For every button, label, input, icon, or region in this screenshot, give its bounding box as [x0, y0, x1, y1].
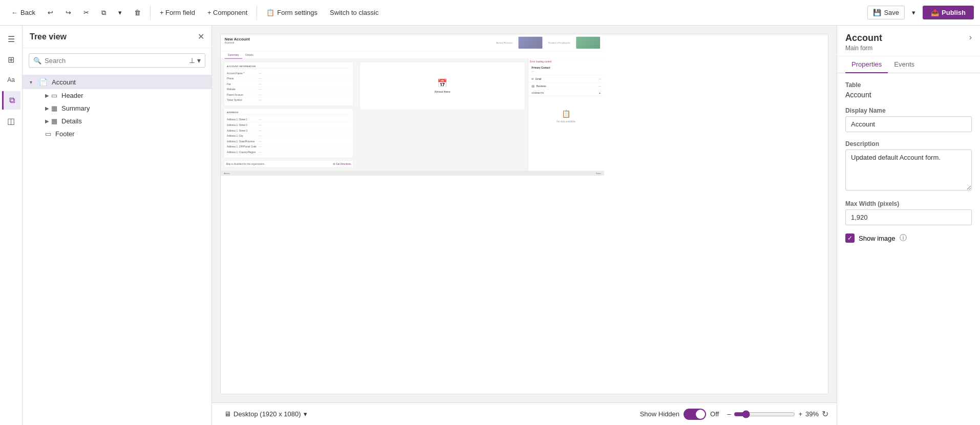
right-panel-expand-button[interactable]: › — [969, 33, 972, 42]
tree-item-account[interactable]: ▾ 📄 Account — [23, 75, 211, 89]
back-icon: ← — [11, 9, 18, 16]
get-directions-button[interactable]: ⚙ Get Directions — [333, 162, 351, 165]
zoom-container: – + 39% ↻ — [727, 409, 828, 419]
redo-icon: ↪ — [66, 9, 71, 16]
copy-button[interactable]: ⧉ — [96, 6, 111, 19]
account-info-title: ACCOUNT INFORMATION — [227, 65, 350, 69]
publish-icon: 📤 — [931, 9, 939, 16]
right-panel: Account Main form › Properties Events Ta… — [837, 26, 980, 425]
business-label: Business — [537, 84, 546, 87]
error-loading-control: Error loading control — [528, 59, 604, 65]
show-image-label: Show image — [859, 235, 896, 242]
undo-button[interactable]: ↩ — [42, 6, 58, 19]
field-street1: Address 1: Street 1 — — [227, 117, 350, 123]
description-textarea[interactable]: Updated default Account form. — [845, 150, 972, 190]
back-button[interactable]: ← Back — [6, 6, 40, 19]
preview-save-link: Save — [596, 172, 601, 175]
tab-properties[interactable]: Properties — [845, 56, 888, 73]
preview-subtitle: Account — [225, 41, 250, 45]
tree-item-details-label: Details — [61, 117, 82, 125]
form-settings-button[interactable]: 📋 Form settings — [261, 6, 323, 19]
publish-button[interactable]: 📤 Publish — [923, 6, 974, 19]
show-image-checkbox[interactable]: ✓ — [845, 233, 855, 243]
save-icon: 💾 — [873, 9, 881, 16]
tree-item-footer-label: Footer — [55, 130, 75, 138]
preview-title: New Account — [225, 37, 250, 41]
filter-dropdown-button[interactable]: ▾ — [197, 56, 201, 65]
desktop-label: Desktop (1920 x 1080) — [233, 410, 301, 418]
nav-grid-button[interactable]: ⊞ — [2, 50, 20, 69]
search-icon: 🔍 — [33, 57, 41, 65]
display-name-label: Display Name — [845, 107, 972, 114]
preview-inner: New Account Account Annual Revenue Numbe… — [221, 34, 604, 176]
add-form-field-button[interactable]: + Form field — [155, 6, 200, 19]
divider-1 — [150, 6, 151, 20]
cut-icon: ✂ — [83, 9, 89, 16]
description-label: Description — [845, 140, 972, 147]
preview-tab-summary[interactable]: Summary — [225, 51, 242, 58]
preview-record-info: New Account Account — [225, 37, 250, 45]
tab-events[interactable]: Events — [888, 56, 921, 73]
nav-menu-button[interactable]: ☰ — [2, 30, 20, 48]
rotate-button[interactable]: ↻ — [822, 409, 828, 419]
search-bar: 🔍 ⊥ ▾ — [29, 53, 205, 68]
save-button[interactable]: 💾 Save — [867, 6, 905, 19]
field-zip: Address 1: ZIP/Postal Code — — [227, 144, 350, 150]
preview-tab-details[interactable]: Details — [242, 51, 257, 58]
show-hidden-toggle[interactable] — [684, 409, 706, 420]
desktop-selector-button[interactable]: 🖥 Desktop (1920 x 1080) ▾ — [220, 408, 311, 420]
display-name-input[interactable] — [845, 116, 972, 132]
toggle-knob — [696, 410, 705, 419]
preview-col-timeline: 📅 Almost there — [356, 59, 528, 171]
delete-button[interactable]: 🗑 — [129, 6, 146, 19]
timeline-area: 📅 Almost there — [359, 62, 525, 110]
zoom-slider[interactable] — [734, 410, 795, 418]
dropdown-button[interactable]: ▾ — [113, 6, 127, 19]
preview-footer: Active Save — [221, 171, 604, 176]
tree-item-footer[interactable]: ▭ Footer — [23, 128, 211, 140]
divider-2 — [257, 6, 257, 20]
tree-item-details[interactable]: ▶ ▦ Details — [23, 115, 211, 128]
field-website: Website — — [227, 87, 350, 93]
form-preview: New Account Account Annual Revenue Numbe… — [220, 34, 828, 394]
filter-button[interactable]: ⊥ — [189, 56, 195, 65]
email-value: — — [599, 77, 601, 80]
tree-item-summary[interactable]: ▶ ▦ Summary — [23, 102, 211, 115]
max-width-input[interactable] — [845, 209, 972, 225]
preview-header: New Account Account Annual Revenue Numbe… — [221, 34, 604, 51]
field-phone: Phone — — [227, 76, 350, 82]
add-component-button[interactable]: + Component — [202, 6, 252, 19]
switch-classic-label: Switch to classic — [330, 9, 378, 16]
tree-item-header[interactable]: ▶ ▭ Header — [23, 89, 211, 102]
field-parent-account: Parent Account — — [227, 92, 350, 98]
show-hidden-container: Show Hidden Off — [640, 409, 719, 420]
annual-revenue-chart — [519, 37, 543, 49]
chevron-down-icon-desktop: ▾ — [304, 410, 307, 418]
redo-button[interactable]: ↪ — [60, 6, 76, 19]
cut-button[interactable]: ✂ — [78, 6, 94, 19]
footer-icon: ▭ — [45, 130, 51, 138]
left-nav: ☰ ⊞ Aa ⧉ ◫ — [0, 26, 23, 425]
contacts-header: CONTACTS ▲ — [528, 90, 604, 96]
component-label: + Component — [207, 9, 247, 16]
field-account-name: Account Name * — — [227, 71, 350, 76]
preview-charts: Annual Revenue Number of Employees — [496, 37, 600, 49]
panel-close-button[interactable]: ✕ — [198, 32, 204, 41]
right-panel-subtitle: Main form — [845, 45, 882, 52]
menu-icon: ☰ — [8, 34, 15, 44]
nav-component-button[interactable]: ◫ — [2, 112, 20, 130]
field-street2: Address 1: Street 2 — — [227, 122, 350, 128]
nav-text-button[interactable]: Aa — [2, 71, 20, 89]
field-country: Address 1: Country/Region — — [227, 150, 350, 155]
field-ticker-symbol: Ticker Symbol — — [227, 98, 350, 103]
info-icon[interactable]: ⓘ — [900, 233, 907, 243]
search-input[interactable] — [45, 57, 186, 65]
switch-classic-button[interactable]: Switch to classic — [325, 6, 384, 19]
save-dropdown-button[interactable]: ▾ — [907, 6, 921, 19]
back-label: Back — [20, 9, 35, 16]
desktop-icon: 🖥 — [224, 410, 231, 418]
header-icon: ▭ — [51, 92, 57, 99]
no-data-text: No data available. — [557, 120, 576, 122]
table-label: Table — [845, 81, 972, 89]
nav-layers-button[interactable]: ⧉ — [2, 91, 20, 110]
